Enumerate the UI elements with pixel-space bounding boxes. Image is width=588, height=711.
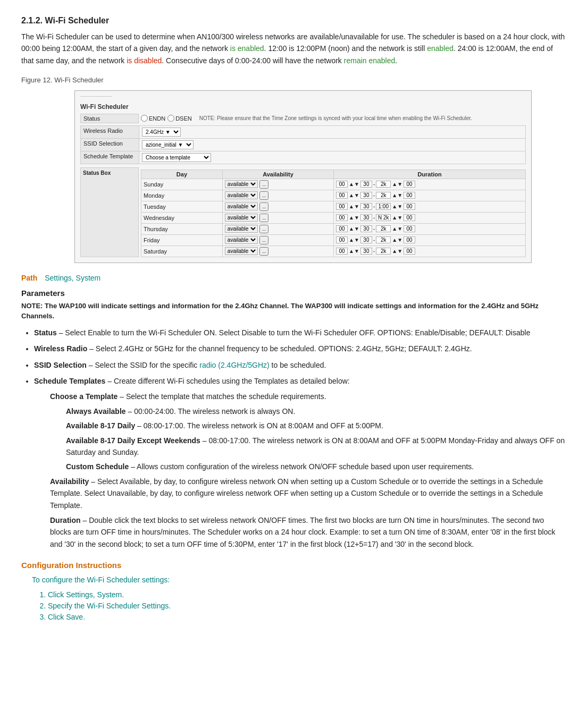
- bullet-ssid-link: radio (2.4GHz/5GHz): [199, 361, 269, 369]
- on-hours-arrows: ▲▼: [349, 226, 359, 232]
- wireless-radio-label: Wireless Radio: [81, 126, 139, 138]
- intro-paragraph: The Wi-Fi Scheduler can be used to deter…: [21, 31, 567, 66]
- off-hours-input[interactable]: [376, 192, 391, 199]
- enable-radio[interactable]: [141, 115, 148, 122]
- duration-desc: – Double click the text blocks to set wi…: [50, 516, 556, 548]
- bullet-ssid-term: SSID Selection: [34, 361, 87, 369]
- on-minutes-input[interactable]: [360, 214, 372, 221]
- ssid-selection-label: SSID Selection: [81, 139, 139, 151]
- availability-button[interactable]: ...: [259, 247, 269, 256]
- day-cell: Wednesday: [141, 212, 223, 223]
- availability-button[interactable]: ...: [259, 225, 269, 233]
- availability-select[interactable]: available: [225, 225, 258, 233]
- availability-button[interactable]: ...: [259, 214, 269, 222]
- figure-label: Figure 12. Wi-Fi Scheduler: [21, 75, 567, 86]
- duration-cell: ▲▼ - ▲▼: [334, 234, 526, 246]
- off-hours-input[interactable]: [376, 214, 391, 221]
- off-minutes-input[interactable]: [404, 225, 415, 232]
- sub-sub-section: Always Available – 00:00-24:00. The wire…: [66, 405, 567, 473]
- off-hours-input[interactable]: [376, 236, 391, 243]
- duration-controls: ▲▼ - ▲▼: [336, 225, 523, 232]
- intro-text-4: . Consecutive days of 0:00-24:00 will ha…: [162, 56, 343, 65]
- separator: -: [373, 248, 375, 254]
- off-minutes-input[interactable]: [404, 181, 415, 188]
- bullet-wireless-radio: Wireless Radio – Select 2.4GHz or 5GHz f…: [34, 343, 567, 354]
- duration-item: Duration – Double click the text blocks …: [50, 514, 567, 550]
- path-value: Settings, System: [45, 274, 100, 282]
- bullet-status-desc: – Select Enable to turn the Wi-Fi Schedu…: [59, 328, 531, 337]
- on-hours-arrows: ▲▼: [349, 215, 359, 221]
- bullet-wireless-radio-desc: – Select 2.4GHz or 5GHz for the channel …: [89, 344, 472, 353]
- schedule-template-label: Schedule Template: [81, 151, 139, 164]
- on-hours-input[interactable]: [336, 203, 348, 210]
- off-minutes-input[interactable]: [404, 248, 415, 255]
- status-field-row: Status ENDN DSEN NOTE: Please ensure tha…: [80, 114, 472, 123]
- template-select[interactable]: Choose a template: [142, 153, 211, 162]
- schedule-row: Wednesday available ... ▲▼ - ▲▼: [141, 212, 526, 223]
- off-minutes-input[interactable]: [404, 203, 415, 210]
- availability-button[interactable]: ...: [259, 180, 269, 189]
- available-8-17-desc: – 08:00-17:00. The wireless network is O…: [137, 421, 383, 430]
- choose-template-term: Choose a Template: [50, 392, 117, 401]
- off-minutes-input[interactable]: [404, 236, 415, 243]
- off-minutes-input[interactable]: [404, 214, 415, 221]
- duration-term: Duration: [50, 516, 81, 524]
- on-hours-arrows: ▲▼: [349, 181, 359, 187]
- off-hours-arrows: ▲▼: [392, 248, 402, 254]
- off-hours-input[interactable]: [376, 225, 391, 232]
- availability-button[interactable]: ...: [259, 236, 269, 244]
- availability-term: Availability: [50, 477, 89, 486]
- on-hours-arrows: ▲▼: [349, 237, 359, 243]
- day-cell: Friday: [141, 234, 223, 246]
- availability-select[interactable]: available: [225, 247, 258, 255]
- on-minutes-input[interactable]: [360, 225, 372, 232]
- day-cell: Saturday: [141, 246, 223, 257]
- enable-radio-label: ENDN: [141, 115, 165, 122]
- disable-label: DSEN: [175, 115, 192, 122]
- bullet-status: Status – Select Enable to turn the Wi-Fi…: [34, 327, 567, 338]
- wireless-radio-select[interactable]: 2.4GHz ▼: [142, 128, 181, 137]
- on-hours-input[interactable]: [336, 214, 348, 221]
- off-hours-input[interactable]: [376, 181, 391, 188]
- intro-text-2: . 12:00 is 12:00PM (noon) and the networ…: [264, 44, 427, 53]
- off-hours-arrows: ▲▼: [392, 181, 402, 187]
- availability-select[interactable]: available: [225, 180, 258, 188]
- bullet-schedule-templates: Schedule Templates – Create different Wi…: [34, 375, 567, 550]
- availability-select[interactable]: available: [225, 191, 258, 199]
- on-hours-input[interactable]: [336, 192, 348, 199]
- config-step-1: Click Settings, System.: [48, 590, 567, 599]
- col-day: Day: [141, 170, 223, 179]
- duration-controls: ▲▼ - ▲▼: [336, 236, 523, 243]
- availability-button[interactable]: ...: [259, 202, 269, 211]
- off-hours-input[interactable]: [376, 248, 391, 255]
- disable-radio[interactable]: [167, 115, 174, 122]
- choose-template-desc: – Select the template that matches the s…: [120, 392, 326, 401]
- on-minutes-input[interactable]: [360, 192, 372, 199]
- on-hours-input[interactable]: [336, 248, 348, 255]
- availability-select[interactable]: available: [225, 214, 258, 222]
- config-list: Click Settings, System. Specify the Wi-F…: [21, 590, 567, 621]
- availability-button[interactable]: ...: [259, 191, 269, 200]
- off-hours-input[interactable]: [376, 203, 391, 210]
- on-hours-input[interactable]: [336, 181, 348, 188]
- col-duration: Duration: [334, 170, 526, 179]
- availability-select[interactable]: available: [225, 236, 258, 244]
- on-minutes-input[interactable]: [360, 203, 372, 210]
- off-minutes-input[interactable]: [404, 192, 415, 199]
- is-enabled-text: is enabled: [230, 44, 264, 53]
- ssid-select[interactable]: azione_initial ▼: [142, 140, 194, 149]
- parameters-bullet-list: Status – Select Enable to turn the Wi-Fi…: [21, 327, 567, 550]
- on-hours-input[interactable]: [336, 225, 348, 232]
- on-hours-input[interactable]: [336, 236, 348, 243]
- day-cell: Tuesday: [141, 201, 223, 212]
- availability-select[interactable]: available: [225, 202, 258, 210]
- sub-section: Choose a Template – Select the template …: [50, 391, 567, 551]
- screenshot-container: Wi-Fi Scheduler Status ENDN DSEN NOTE: P…: [74, 90, 532, 263]
- on-minutes-input[interactable]: [360, 248, 372, 255]
- day-cell: Thursday: [141, 223, 223, 234]
- duration-cell: ▲▼ - ▲▼: [334, 201, 526, 212]
- off-hours-arrows: ▲▼: [392, 192, 402, 198]
- on-minutes-input[interactable]: [360, 236, 372, 243]
- section-heading: 2.1.2. Wi-Fi Scheduler: [21, 16, 567, 26]
- on-minutes-input[interactable]: [360, 181, 372, 188]
